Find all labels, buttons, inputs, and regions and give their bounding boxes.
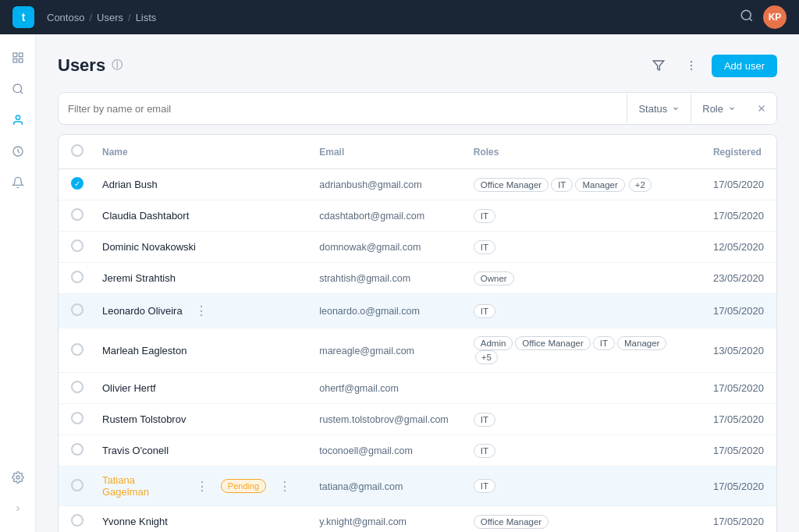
- more-options-button[interactable]: [679, 53, 704, 78]
- user-name[interactable]: Claudia Dashtabort: [102, 210, 189, 222]
- svg-point-13: [691, 65, 692, 66]
- user-name[interactable]: Dominic Novakowski: [102, 241, 196, 253]
- row-name-cell: Yvonne Knight: [90, 506, 307, 533]
- row-select-checkbox[interactable]: [71, 381, 83, 393]
- user-name[interactable]: Tatiana Gagelman: [102, 474, 183, 498]
- registered-date: 17/05/2020: [713, 382, 764, 394]
- row-select-checkbox[interactable]: [71, 208, 83, 221]
- page-title: Users ⓘ: [58, 55, 123, 76]
- sidebar: [0, 34, 36, 532]
- row-registered-cell: 13/05/2020: [701, 328, 776, 373]
- breadcrumb-users[interactable]: Users: [97, 12, 123, 23]
- row-select-checkbox[interactable]: [71, 239, 83, 252]
- row-roles-cell: IT: [461, 404, 701, 435]
- sidebar-item-grid[interactable]: [4, 44, 32, 72]
- row-registered-cell: 17/05/2020: [701, 200, 776, 232]
- row-select-checkbox[interactable]: [71, 412, 83, 424]
- role-badge: IT: [551, 178, 573, 192]
- user-name[interactable]: Marleah Eagleston: [102, 345, 186, 356]
- breadcrumb-lists[interactable]: Lists: [136, 12, 157, 23]
- sidebar-item-users[interactable]: [4, 106, 32, 134]
- sidebar-collapse-button[interactable]: [4, 495, 32, 523]
- row-roles-cell: AdminOffice ManagerITManager+5: [461, 328, 701, 373]
- row-registered-cell: 17/05/2020: [701, 169, 776, 200]
- topnav-search-icon[interactable]: [740, 9, 754, 26]
- row-select-checkbox[interactable]: [71, 479, 83, 491]
- user-avatar[interactable]: KP: [763, 5, 787, 29]
- filter-input[interactable]: [68, 95, 617, 122]
- users-table: Name Email Roles Registered Adrian Busha…: [58, 134, 777, 532]
- col-registered[interactable]: Registered: [701, 135, 776, 169]
- table-row: Travis O'conelltoconoell@gmail.comIT17/0…: [59, 435, 776, 466]
- row-actions-button[interactable]: ⋮: [192, 302, 211, 320]
- app-logo[interactable]: t: [12, 6, 34, 28]
- row-select-checkbox[interactable]: [71, 177, 83, 190]
- page-title-info-icon[interactable]: ⓘ: [112, 59, 123, 73]
- row-select-checkbox[interactable]: [71, 443, 83, 456]
- row-checkbox-cell: [59, 169, 90, 200]
- row-checkbox-cell: [59, 200, 90, 232]
- row-name-cell: Jeremi Strahtish: [90, 263, 307, 294]
- filter-button[interactable]: [646, 53, 671, 78]
- user-name[interactable]: Adrian Bush: [102, 179, 158, 190]
- filter-bar: Status Role: [58, 92, 777, 125]
- user-name[interactable]: Rustem Tolstobrov: [102, 413, 186, 425]
- page-header: Users ⓘ Add user: [58, 53, 777, 78]
- sidebar-item-clock[interactable]: [4, 137, 32, 165]
- role-badge: IT: [474, 444, 495, 458]
- registered-date: 17/05/2020: [713, 413, 764, 425]
- row-roles-cell: IT: [461, 466, 701, 506]
- row-name-cell: Olivier Hertf: [90, 373, 307, 404]
- row-roles-cell: IT: [461, 232, 701, 263]
- row-select-checkbox[interactable]: [71, 514, 83, 527]
- user-name[interactable]: Leonardo Oliveira: [102, 305, 183, 317]
- sidebar-item-search[interactable]: [4, 75, 32, 103]
- col-roles[interactable]: Roles: [461, 135, 701, 169]
- user-email: rustem.tolstobrov@gmail.com: [319, 414, 449, 425]
- row-registered-cell: 17/05/2020: [701, 435, 776, 466]
- table-row: Rustem Tolstobrovrustem.tolstobrov@gmail…: [59, 404, 776, 435]
- row-roles-cell: IT: [461, 435, 701, 466]
- sidebar-item-bell[interactable]: [4, 168, 32, 197]
- user-email: leonardo.o@gmail.com: [319, 306, 420, 317]
- role-badge: Office Manager: [474, 178, 549, 192]
- row-select-checkbox[interactable]: [71, 271, 83, 283]
- add-user-button[interactable]: Add user: [712, 55, 777, 77]
- role-badge: IT: [474, 240, 495, 254]
- role-filter-pill[interactable]: Role: [691, 93, 747, 124]
- table-header-row: Name Email Roles Registered: [59, 135, 776, 169]
- table-row: Yvonne Knighty.knight@gmail.comOffice Ma…: [59, 506, 776, 533]
- table-row: Tatiana Gagelman⋮Pending⋮tatiana@gmail.c…: [59, 466, 776, 506]
- registered-date: 17/05/2020: [713, 481, 764, 492]
- user-name[interactable]: Olivier Hertf: [102, 382, 156, 394]
- filter-clear-button[interactable]: [747, 103, 776, 114]
- user-name[interactable]: Yvonne Knight: [102, 516, 168, 527]
- table-row: Marleah Eaglestonmareagle@gmail.comAdmin…: [59, 328, 776, 373]
- svg-point-6: [13, 84, 22, 93]
- row-select-checkbox[interactable]: [71, 343, 83, 356]
- row-select-checkbox[interactable]: [71, 303, 83, 316]
- row-registered-cell: 23/05/2020: [701, 263, 776, 294]
- breadcrumb-contoso[interactable]: Contoso: [47, 12, 84, 23]
- row-registered-cell: 17/05/2020: [701, 404, 776, 435]
- user-name[interactable]: Travis O'conell: [102, 445, 169, 456]
- row-checkbox-cell: [59, 373, 90, 404]
- select-all-checkbox[interactable]: [71, 144, 83, 157]
- svg-line-1: [749, 18, 751, 20]
- row-checkbox-cell: [59, 435, 90, 466]
- col-email[interactable]: Email: [307, 135, 461, 169]
- row-email-cell: cdashtabort@gmail.com: [307, 200, 461, 232]
- row-name-cell: Rustem Tolstobrov: [90, 404, 307, 435]
- top-navigation: t Contoso / Users / Lists KP: [0, 0, 799, 34]
- user-name[interactable]: Jeremi Strahtish: [102, 272, 176, 284]
- row-actions-button[interactable]: ⋮: [193, 477, 211, 495]
- row-checkbox-cell: [59, 232, 90, 263]
- row-actions-button[interactable]: ⋮: [275, 477, 294, 495]
- role-badge: Office Manager: [515, 336, 590, 350]
- svg-point-0: [741, 10, 751, 20]
- col-name[interactable]: Name: [90, 135, 307, 169]
- role-badge: Admin: [474, 336, 513, 350]
- sidebar-item-settings[interactable]: [4, 463, 32, 491]
- svg-line-7: [20, 91, 23, 94]
- status-filter-pill[interactable]: Status: [627, 93, 691, 124]
